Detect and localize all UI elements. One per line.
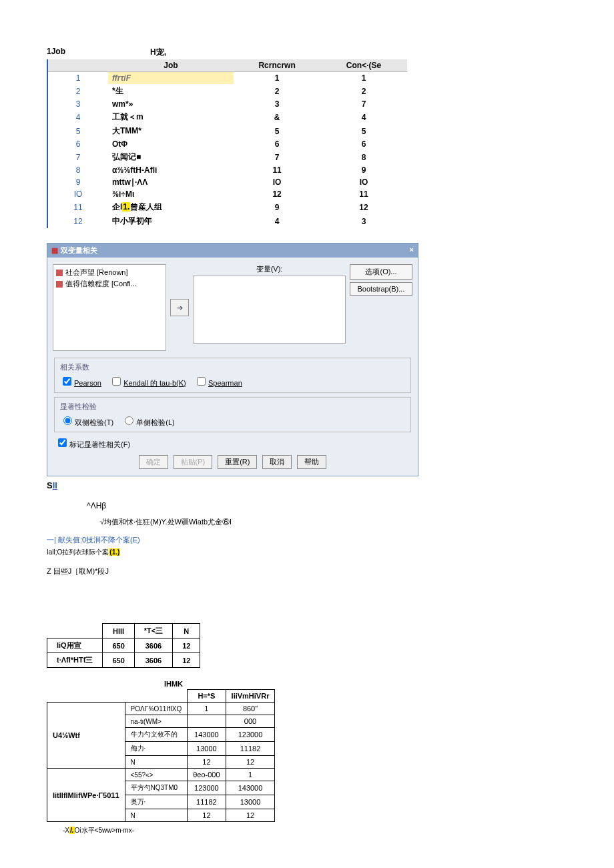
list-item[interactable]: 值得信赖程度 [Confi... [56, 279, 163, 289]
table-row: 1ffrτiF11 [47, 72, 407, 85]
kendall-checkbox[interactable]: Kendall 的 tau-b(K) [109, 379, 186, 387]
table-row: 8α⅜⅛ftH-Afli119 [47, 164, 407, 176]
table-row: IiQ用宣650360612 [47, 638, 200, 653]
table-row: t·ΛfI*HTf三650360612 [47, 653, 200, 668]
close-icon[interactable]: × [410, 246, 414, 256]
table-row: 12中小孚初年43 [47, 214, 407, 228]
table-row: 9mttw∣·ΛΛIOIO [47, 176, 407, 188]
table-row: 2*生22 [47, 84, 407, 98]
page-heading: 1Job H宠, [47, 47, 567, 58]
dialog-icon: ▦ [51, 246, 58, 254]
heading-right: H宠, [150, 47, 166, 58]
spearman-checkbox[interactable]: Spearman [194, 379, 242, 387]
variables-listbox[interactable] [193, 276, 346, 344]
two-tailed-radio[interactable]: 双侧检验(T) [60, 418, 113, 426]
ok-button[interactable]: 确定 [139, 455, 168, 469]
pearson-checkbox[interactable]: Pearson [60, 379, 101, 387]
cancel-button[interactable]: 取消 [262, 455, 292, 469]
correlation-table: H=*S IiiVmHiVRr U4⅛WtfPOΛΓ¾O11IfIXQ1860"… [47, 689, 275, 822]
col-conf: Con<·(Se [320, 59, 407, 72]
table-row: 6OtΦ66 [47, 138, 407, 150]
para-2: √均值和怵·住狂(M)Y.处W疆Wiatb尤金⑥I [100, 517, 567, 527]
scale-icon [56, 281, 63, 288]
col-renown: Rcrncrwn [234, 59, 320, 72]
table-row: 11企I1.曾産人组912 [47, 200, 407, 214]
source-listbox[interactable]: 社会声望 [Renown] 值得信赖程度 [Confi... [53, 264, 166, 351]
paste-button[interactable]: 粘贴(P) [174, 455, 213, 469]
bivariate-dialog: ▦双变量相关 × 社会声望 [Renown] 值得信赖程度 [Confi... … [47, 243, 418, 476]
para-z: Z 回些J［取M)*段J [47, 566, 567, 576]
bootstrap-button[interactable]: Bootstrap(B)... [350, 282, 412, 296]
dialog-title-text: 双变量相关 [61, 246, 97, 254]
col-job: Job [108, 59, 234, 72]
dialog-titlebar: ▦双变量相关 × [47, 244, 418, 258]
options-button[interactable]: 选项(O)... [350, 264, 412, 280]
job-table: Job Rcrncrwn Con<·(Se 1ffrτiF112*生223wm*… [47, 59, 407, 228]
s-label: SII [47, 480, 567, 490]
coef-fieldset: 相关系数 Pearson Kendall 的 tau-b(K) Spearman [54, 358, 411, 393]
dialog-button-row: 确定 粘贴(P) 重置(R) 取消 帮助 [47, 451, 418, 476]
table-row: 4工就＜m&4 [47, 110, 407, 124]
para-small: Iall;O拉列衣球际个案(1.) [47, 548, 567, 557]
sig-legend: 显著性检验 [60, 402, 405, 412]
table-row: IO⅜i÷Mι1211 [47, 188, 407, 200]
corr-title: IHMK [47, 680, 300, 688]
flag-checkbox[interactable]: 标记显著性相关(F) [55, 440, 130, 448]
table-row: 3wm*»37 [47, 98, 407, 110]
variables-label: 变量(V): [193, 264, 346, 274]
footnote: -XI.Oi水平<5ww>m∙mx- [63, 826, 567, 835]
table-row: IitIIfIMIifWPe·Γ5011<55?«>θeo-0001 [47, 769, 275, 781]
reset-button[interactable]: 重置(R) [218, 455, 257, 469]
one-tailed-radio[interactable]: 单侧检验(L) [121, 418, 174, 426]
heading-left: 1Job [47, 47, 150, 58]
help-button[interactable]: 帮助 [297, 455, 326, 469]
sig-fieldset: 显著性检验 双侧检验(T) 单侧检验(L) [54, 397, 411, 432]
table-row: U4⅛WtfPOΛΓ¾O11IfIXQ1860" [47, 703, 275, 715]
col-blank [47, 59, 108, 72]
coef-legend: 相关系数 [60, 362, 405, 372]
summary-table: HIII *T<三 N IiQ用宣650360612t·ΛfI*HTf三6503… [47, 623, 200, 668]
list-item[interactable]: 社会声望 [Renown] [56, 268, 163, 278]
table-row: 7弘闻记■78 [47, 150, 407, 164]
ii-link[interactable]: II [53, 480, 57, 490]
para-1: ^ΛHβ [87, 501, 567, 510]
table-row: 5大TMM*55 [47, 124, 407, 138]
scale-icon [56, 270, 63, 276]
move-right-button[interactable]: ➔ [170, 299, 189, 316]
para-blue: 一| 献失值:0技涧不降个案(E) [47, 535, 567, 545]
